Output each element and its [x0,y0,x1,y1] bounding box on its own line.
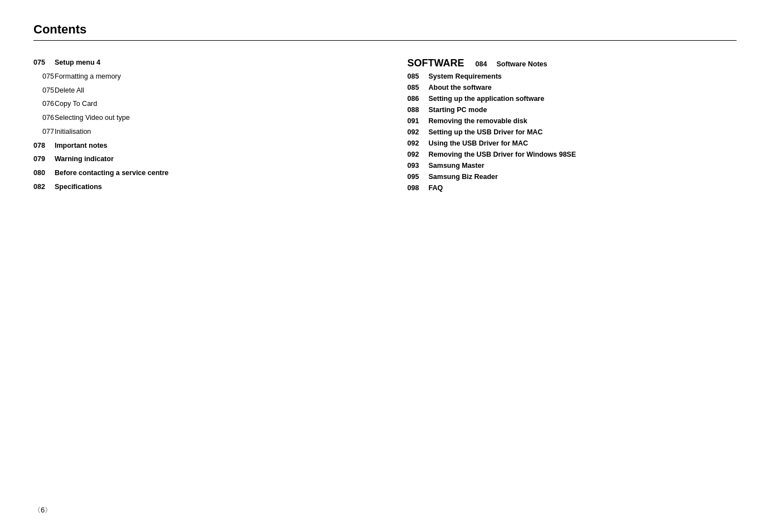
page-number: 078 [33,141,55,151]
right-toc-item: 095Samsung Biz Reader [408,173,737,181]
page-number: 095 [408,173,429,181]
left-toc-item: 078Important notes [33,141,363,151]
entry-text: FAQ [429,184,443,192]
page-number: 077 [33,127,55,137]
page-title: Contents [33,22,737,37]
entry-text: Samsung Biz Reader [429,173,498,181]
entry-text: Delete All [55,85,84,96]
right-toc-item: 093Samsung Master [408,162,737,170]
page-number: 092 [408,128,429,136]
left-toc-item: 076Copy To Card [33,99,363,109]
entry-text: System Requirements [429,72,502,80]
entry-text: Setup menu 4 [55,57,100,68]
entry-text: Setting up the application software [429,95,545,103]
entry-text: Removing the USB Driver for Windows 98SE [429,151,577,158]
entry-text: Warning indicator [55,154,114,165]
page-number: 093 [408,162,429,170]
right-toc-item: 092Removing the USB Driver for Windows 9… [408,151,737,158]
right-toc-item: 092Setting up the USB Driver for MAC [408,128,737,136]
page-footer: 〈6〉 [33,505,52,515]
right-toc-item: 098FAQ [408,184,737,192]
page-number: 080 [33,168,55,178]
page-number: 076 [33,113,55,123]
left-column: 075Setup menu 4075Formatting a memory075… [33,57,385,196]
page-number: 085 [408,84,429,91]
right-toc-item: 091Removing the removable disk [408,117,737,125]
left-toc-item: 082Specifications [33,182,363,192]
right-toc-item: 085About the software [408,84,737,91]
page-number: 075 [33,71,55,82]
left-toc-item: 076Selecting Video out type [33,113,363,123]
entry-text: Removing the removable disk [429,117,527,125]
right-toc-item: 092Using the USB Driver for MAC [408,139,737,147]
title-divider [33,40,737,41]
right-toc-item: 088Starting PC mode [408,106,737,114]
left-toc-item: 080Before contacting a service centre [33,168,363,178]
contents-layout: 075Setup menu 4075Formatting a memory075… [33,57,737,196]
entry-text: Before contacting a service centre [55,168,168,178]
entry-text: Important notes [55,141,107,151]
entry-text: About the software [429,84,492,91]
left-toc-item: 077Initialisation [33,127,363,137]
page-number: 092 [408,139,429,147]
left-toc-item: 079Warning indicator [33,154,363,165]
page-number: 079 [33,154,55,165]
left-toc-item: 075Formatting a memory [33,71,363,82]
entry-text: Starting PC mode [429,106,487,114]
entry-text: Samsung Master [429,162,485,170]
page-number: 075 [33,85,55,96]
left-toc-item: 075Delete All [33,85,363,96]
page-number: 084 [476,60,497,68]
right-column: SOFTWARE084Software Notes085System Requi… [385,57,737,196]
right-toc-item: 085System Requirements [408,72,737,80]
page-number: 098 [408,184,429,192]
page-number: 075 [33,57,55,68]
left-toc-item: 075Setup menu 4 [33,57,363,68]
entry-text: Software Notes [497,60,548,68]
entry-text: Selecting Video out type [55,113,130,123]
page-number: 082 [33,182,55,192]
page-number: 076 [33,99,55,109]
entry-text: Copy To Card [55,99,97,109]
page-number: 086 [408,95,429,103]
right-toc-item: SOFTWARE084Software Notes [408,57,737,69]
entry-text: Initialisation [55,127,91,137]
entry-text: Formatting a memory [55,71,121,82]
entry-text: Setting up the USB Driver for MAC [429,128,543,136]
page-number: 092 [408,151,429,158]
right-toc-item: 086Setting up the application software [408,95,737,103]
page-number: 088 [408,106,429,114]
page-number: 085 [408,72,429,80]
software-section-label: SOFTWARE [408,57,464,69]
entry-text: Using the USB Driver for MAC [429,139,529,147]
page-number: 091 [408,117,429,125]
entry-text: Specifications [55,182,102,192]
